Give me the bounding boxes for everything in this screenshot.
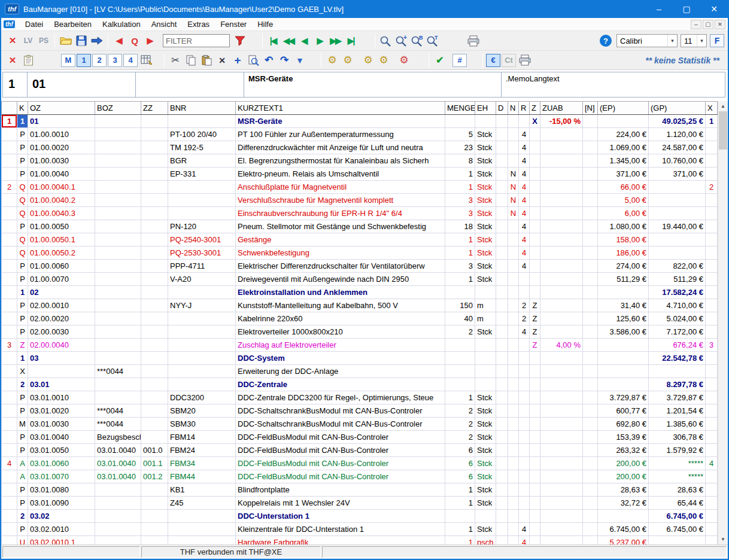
position-memo[interactable]: .MemoLangtext bbox=[501, 72, 725, 98]
cell-n[interactable] bbox=[508, 510, 519, 523]
cell-boz[interactable] bbox=[95, 510, 141, 523]
cell-num[interactable] bbox=[2, 510, 17, 523]
cell-k[interactable]: P bbox=[17, 325, 28, 339]
cell-r[interactable]: 4 bbox=[519, 154, 530, 168]
cell-oz[interactable]: 03.01.0090 bbox=[28, 497, 95, 510]
cell-oz[interactable]: 02.00.0010 bbox=[28, 299, 95, 312]
cell-gp[interactable] bbox=[649, 246, 706, 260]
cell-boz[interactable] bbox=[95, 115, 141, 128]
cell-nbr[interactable] bbox=[583, 181, 598, 194]
cell-n[interactable]: N bbox=[508, 194, 519, 207]
cell-menge[interactable]: 3 bbox=[445, 207, 475, 220]
cell-boz[interactable] bbox=[95, 233, 141, 246]
cell-boz[interactable]: ***0044 bbox=[95, 418, 141, 431]
nav-prev-page-button[interactable]: ◀◀ bbox=[281, 33, 297, 48]
cell-k[interactable]: P bbox=[17, 444, 28, 457]
cell-oz[interactable]: 01.00.0010 bbox=[28, 128, 95, 141]
cell-kurztext[interactable]: DDC-SchaltschrankBusModul mit CAN-Bus-Co… bbox=[236, 418, 445, 431]
cell-nbr[interactable] bbox=[583, 404, 598, 418]
cell-bnr[interactable] bbox=[168, 115, 236, 128]
cell-oz[interactable]: 03.01.0040 bbox=[28, 431, 95, 444]
cell-n[interactable] bbox=[508, 536, 519, 545]
cell-nbr[interactable] bbox=[583, 378, 598, 391]
cell-r[interactable]: 4 bbox=[519, 128, 530, 141]
cell-zuab[interactable] bbox=[540, 286, 583, 299]
cell-nbr[interactable] bbox=[583, 299, 598, 312]
cell-bnr[interactable]: FBM44 bbox=[168, 470, 236, 483]
cell-zuab[interactable] bbox=[540, 378, 583, 391]
cell-d[interactable] bbox=[496, 128, 508, 141]
delete-button[interactable]: ✕ bbox=[214, 53, 230, 68]
cell-menge[interactable]: 6 bbox=[445, 470, 475, 483]
cell-oz[interactable]: 03.01.0080 bbox=[28, 483, 95, 497]
cell-zz[interactable] bbox=[141, 536, 168, 545]
cell-r[interactable]: 4 bbox=[519, 325, 530, 339]
scroll-down-arrow[interactable]: ▼ bbox=[718, 534, 728, 544]
print-button[interactable] bbox=[466, 33, 481, 48]
menu-bearbeiten[interactable]: Bearbeiten bbox=[48, 19, 97, 30]
cell-oz[interactable]: 03.02.0010 bbox=[28, 523, 95, 536]
cell-oz[interactable]: 01.00.0030 bbox=[28, 154, 95, 168]
cell-n[interactable] bbox=[508, 391, 519, 404]
copy-button[interactable] bbox=[183, 53, 199, 68]
cell-menge[interactable]: 1 bbox=[445, 523, 475, 536]
cell-num[interactable] bbox=[2, 246, 17, 260]
cell-gp[interactable]: 6.745,00 € bbox=[649, 510, 706, 523]
cell-x[interactable] bbox=[706, 168, 718, 181]
cell-x[interactable] bbox=[706, 233, 718, 246]
cell-k[interactable]: Z bbox=[17, 339, 28, 352]
cell-kurztext[interactable]: Anschlußplatte für Magnetventil bbox=[236, 181, 445, 194]
position-number[interactable]: 01 bbox=[27, 72, 136, 98]
cell-menge[interactable]: 1 bbox=[445, 168, 475, 181]
cell-bnr[interactable]: NYY-J bbox=[168, 299, 236, 312]
cell-gp[interactable]: 306,78 € bbox=[649, 431, 706, 444]
cell-d[interactable] bbox=[496, 431, 508, 444]
cell-kurztext[interactable]: Zuschlag auf Elektroverteiler bbox=[236, 339, 445, 352]
cell-bnr[interactable]: Z45 bbox=[168, 497, 236, 510]
cell-r[interactable] bbox=[519, 444, 530, 457]
column-header-n[interactable]: N bbox=[508, 102, 519, 115]
cell-x[interactable] bbox=[706, 483, 718, 497]
cell-zz[interactable] bbox=[141, 115, 168, 128]
menu-fenster[interactable]: Fenster bbox=[215, 19, 252, 30]
cell-oz[interactable]: 01.00.0040.3 bbox=[28, 207, 95, 220]
cell-kurztext[interactable]: Blindfrontplatte bbox=[236, 483, 445, 497]
cell-kurztext[interactable]: El. Begrenzungsthermostat für Kanaleinba… bbox=[236, 154, 445, 168]
cell-gp[interactable] bbox=[649, 181, 706, 194]
cell-gp[interactable] bbox=[649, 365, 706, 378]
cell-n[interactable] bbox=[508, 312, 519, 325]
column-header-r[interactable]: R bbox=[519, 102, 530, 115]
cell-menge[interactable]: 40 bbox=[445, 312, 475, 325]
cell-gp[interactable]: 676,24 € bbox=[649, 339, 706, 352]
cell-menge[interactable]: 5 bbox=[445, 128, 475, 141]
cell-zz[interactable] bbox=[141, 154, 168, 168]
cell-num[interactable] bbox=[2, 497, 17, 510]
cell-zuab[interactable] bbox=[540, 220, 583, 233]
cell-x[interactable] bbox=[706, 220, 718, 233]
cell-num[interactable] bbox=[2, 154, 17, 168]
cell-kurztext[interactable]: Differenzdruckwächter mit Anzeige für Lu… bbox=[236, 141, 445, 154]
cell-menge[interactable]: 6 bbox=[445, 457, 475, 470]
cell-oz[interactable]: 01.00.0070 bbox=[28, 273, 95, 286]
cell-kurztext[interactable]: Gestänge bbox=[236, 233, 445, 246]
cell-oz[interactable]: 02.00.0020 bbox=[28, 312, 95, 325]
cell-zuab[interactable] bbox=[540, 444, 583, 457]
cell-nbr[interactable] bbox=[583, 391, 598, 404]
cell-gp[interactable]: 3.729,87 € bbox=[649, 391, 706, 404]
cell-ep[interactable] bbox=[598, 365, 649, 378]
cell-d[interactable] bbox=[496, 207, 508, 220]
cell-kurztext[interactable]: DDC-System bbox=[236, 352, 445, 365]
close-view-button[interactable]: ✕ bbox=[5, 53, 20, 68]
cell-d[interactable] bbox=[496, 365, 508, 378]
zoom-t-button[interactable]: T bbox=[425, 33, 441, 48]
cell-zz[interactable] bbox=[141, 431, 168, 444]
cell-x[interactable] bbox=[706, 365, 718, 378]
cell-kurztext[interactable]: Pneum. Stellmotor mit Gestänge und Schwe… bbox=[236, 220, 445, 233]
cell-boz[interactable]: Bezugsbesch bbox=[95, 431, 141, 444]
cell-k[interactable]: 2 bbox=[17, 378, 28, 391]
cell-ep[interactable]: 28,63 € bbox=[598, 483, 649, 497]
cell-x[interactable]: 2 bbox=[706, 181, 718, 194]
cell-gp[interactable]: 1.120,00 € bbox=[649, 128, 706, 141]
cell-r[interactable]: 4 bbox=[519, 168, 530, 181]
cell-k[interactable]: P bbox=[17, 128, 28, 141]
